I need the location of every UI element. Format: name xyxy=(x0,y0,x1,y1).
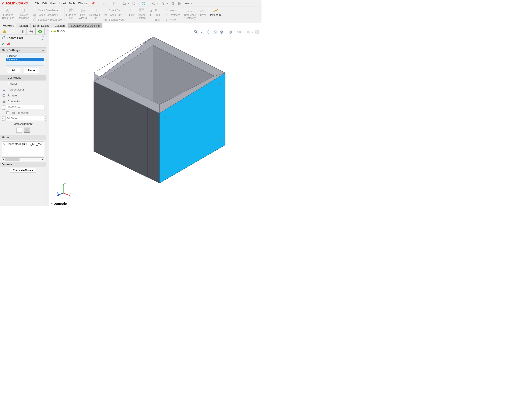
pin-icon[interactable]: 📌 xyxy=(90,0,97,6)
ok-button[interactable]: ✔ xyxy=(2,41,5,46)
options-icon[interactable] xyxy=(176,0,183,6)
parallel-icon xyxy=(2,82,6,85)
mates-header[interactable]: Mates︿ xyxy=(0,135,46,140)
wrap-button[interactable]: ⌒Wrap xyxy=(163,8,177,13)
undo-button[interactable]: Undo xyxy=(24,68,39,73)
svg-rect-7 xyxy=(180,2,181,3)
draft-button[interactable]: ◧Draft xyxy=(148,13,161,17)
tab-evaluate[interactable]: Evaluate xyxy=(52,23,68,28)
svg-rect-20 xyxy=(141,9,142,10)
property-manager: Locate Part ? ✔ ✖ Mate Settings︿ Face<3>… xyxy=(0,28,46,206)
breadcrumb[interactable]: ▸ BLOG... xyxy=(51,30,67,33)
revolved-cut-button[interactable]: Revolved Cut xyxy=(88,7,101,22)
ok-cancel-row: ✔ ✖ xyxy=(0,41,46,48)
hole-wizard-button[interactable]: Hole Wizard xyxy=(78,7,88,22)
menu-edit[interactable]: Edit xyxy=(41,1,48,6)
save-icon[interactable] xyxy=(130,0,138,6)
selection-listbox[interactable]: Face<3> Face<4> xyxy=(6,54,44,65)
panel-tab-appearance[interactable] xyxy=(36,28,45,35)
mate-settings-header[interactable]: Mate Settings︿ xyxy=(0,48,46,53)
panel-tab-config[interactable] xyxy=(18,28,27,35)
distance-input[interactable] xyxy=(6,105,45,110)
curves-button[interactable]: Curves xyxy=(197,7,208,22)
extruded-boss-button[interactable]: Extruded Boss/Base xyxy=(1,7,16,22)
svg-point-52 xyxy=(239,32,240,32)
panel-tab-property[interactable] xyxy=(9,28,18,35)
panel-scrollbar[interactable]: ︿ xyxy=(46,28,49,206)
tab-features[interactable]: Features xyxy=(0,23,17,28)
fillet-button[interactable]: Fillet xyxy=(128,7,136,22)
edit-appearance-icon[interactable] xyxy=(245,29,251,35)
mate-tangent[interactable]: Tangent xyxy=(0,92,46,98)
panel-tabs xyxy=(0,28,46,35)
help-icon[interactable]: ? xyxy=(41,36,44,40)
tab-sketch[interactable]: Sketch xyxy=(17,23,31,28)
translate-rotate-button[interactable]: Translate/Rotate xyxy=(10,168,36,173)
extruded-boss-label: Extruded Boss/Base xyxy=(2,14,14,20)
selection-item-1[interactable]: Face<4> xyxy=(6,58,44,61)
cancel-button[interactable]: ✖ xyxy=(7,41,10,46)
menu-window[interactable]: Window xyxy=(77,1,90,6)
mate-parallel[interactable]: Parallel xyxy=(0,80,46,87)
shell-button[interactable]: ◰Shell xyxy=(148,17,161,22)
tab-direct-editing[interactable]: Direct Editing xyxy=(31,23,52,28)
open-icon[interactable] xyxy=(121,0,128,6)
mates-list[interactable]: Concentric1 (BLOG_MB_MA xyxy=(2,141,44,156)
new-icon[interactable] xyxy=(111,0,118,6)
svg-rect-22 xyxy=(139,10,141,11)
intersect-button[interactable]: ⊗Intersect xyxy=(163,13,180,17)
extruded-cut-button[interactable]: Extruded Cut xyxy=(65,7,78,22)
svg-rect-54 xyxy=(256,31,259,33)
undo-icon[interactable] xyxy=(150,0,157,6)
svg-point-12 xyxy=(33,14,36,15)
svg-point-11 xyxy=(21,9,25,10)
swept-boss-button[interactable]: Swept Boss/Base xyxy=(32,8,59,13)
mate-perpendicular[interactable]: Perpendicular xyxy=(0,87,46,92)
view-triad[interactable]: Y X Z xyxy=(57,182,72,197)
select-icon[interactable] xyxy=(159,0,166,6)
mate-item-0[interactable]: Concentric1 (BLOG_MB_MA xyxy=(3,142,43,146)
apply-scene-icon[interactable] xyxy=(254,29,260,35)
add-button[interactable]: Add xyxy=(7,68,20,73)
tab-addins[interactable]: SOLIDWORKS Add-Ins xyxy=(68,23,102,28)
print-icon[interactable] xyxy=(140,0,147,6)
rebuild-icon[interactable] xyxy=(169,0,176,6)
menu-file[interactable]: File xyxy=(33,1,41,6)
linear-pattern-button[interactable]: Linear Pattern xyxy=(136,7,147,22)
flip-checkbox[interactable] xyxy=(6,111,9,114)
lofted-cut-button[interactable]: ⬔Lofted Cut xyxy=(102,13,121,17)
boundary-cut-button[interactable]: ▦Boundary Cut xyxy=(102,17,125,22)
align-aligned-button[interactable] xyxy=(16,127,22,133)
menu-view[interactable]: View xyxy=(49,1,57,6)
mirror-button[interactable]: ⧉Mirror xyxy=(163,17,177,22)
revolved-boss-button[interactable]: Revolved Boss/Base xyxy=(16,7,30,22)
options-header[interactable]: Options﹀ xyxy=(0,162,46,167)
menu-insert[interactable]: Insert xyxy=(57,1,67,6)
align-anti-button[interactable] xyxy=(24,127,30,133)
model-geometry[interactable] xyxy=(81,33,242,185)
boundary-boss-button[interactable]: Boundary Boss/Base xyxy=(32,17,63,22)
svg-point-67 xyxy=(165,117,166,118)
svg-point-32 xyxy=(4,36,5,37)
selection-item-0[interactable]: Face<3> xyxy=(6,54,44,58)
chevron-down-icon: ﹀ xyxy=(42,163,44,166)
menu-tools[interactable]: Tools xyxy=(67,1,77,6)
lofted-boss-button[interactable]: Lofted Boss/Base xyxy=(32,13,59,17)
instant3d-button[interactable]: Instant3D xyxy=(209,7,222,22)
panel-tab-dimexpert[interactable] xyxy=(27,28,36,35)
rib-button[interactable]: ◢Rib xyxy=(148,8,159,13)
svg-point-31 xyxy=(38,30,42,33)
panel-tab-feature[interactable] xyxy=(0,28,9,35)
flip-dimension-row[interactable]: Flip Dimension xyxy=(0,111,46,115)
reference-geometry-button[interactable]: Reference Geometry xyxy=(183,7,197,22)
angle-input[interactable] xyxy=(5,116,44,121)
mate-coincident[interactable]: Coincident xyxy=(0,75,46,80)
logo-works-text: WORKS xyxy=(15,1,28,5)
settings-icon[interactable] xyxy=(183,0,191,6)
mate-concentric[interactable]: Concentric xyxy=(0,98,46,104)
mates-scrollbar[interactable]: ◀▶ xyxy=(2,158,44,161)
home-icon[interactable] xyxy=(101,0,108,6)
graphics-viewport[interactable]: ▸ BLOG... ▼ ▼ ▼ ▼ xyxy=(49,28,262,206)
swept-cut-button[interactable]: 〰Swept Cut xyxy=(102,8,121,13)
breadcrumb-doc[interactable]: BLOG... xyxy=(57,30,67,33)
